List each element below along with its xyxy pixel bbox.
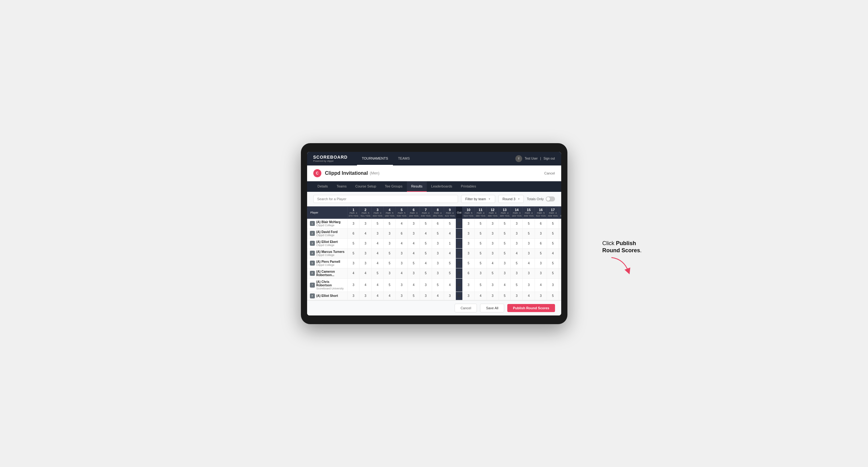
score-hole-16[interactable]: 3 [535, 268, 547, 278]
score-hole-15[interactable]: 4 [523, 291, 535, 300]
score-hole-11[interactable]: 5 [474, 238, 487, 248]
score-hole-14[interactable]: 5 [511, 258, 523, 268]
score-hole-7[interactable]: 4 [420, 228, 432, 238]
score-hole-1[interactable]: 6 [347, 228, 360, 238]
score-hole-16[interactable]: 3 [535, 258, 547, 268]
score-hole-11[interactable]: 5 [474, 228, 487, 238]
score-hole-3[interactable]: 4 [372, 278, 384, 291]
score-hole-8[interactable]: 3 [432, 238, 444, 248]
save-all-button[interactable]: Save All [480, 304, 504, 312]
score-hole-9[interactable]: 1 [444, 238, 456, 248]
tab-printables[interactable]: Printables [457, 181, 480, 192]
score-hole-11[interactable]: 5 [474, 218, 487, 228]
score-hole-4[interactable]: 3 [384, 228, 396, 238]
score-hole-10[interactable]: 3 [462, 248, 474, 258]
nav-teams[interactable]: TEAMS [393, 152, 415, 165]
totals-toggle-switch[interactable] [546, 196, 555, 201]
score-hole-9[interactable]: 4 [444, 228, 456, 238]
score-hole-11[interactable]: 5 [474, 278, 487, 291]
score-hole-17[interactable]: 5 [547, 228, 559, 238]
filter-dropdown[interactable]: Filter by team ▾ [461, 195, 495, 203]
score-hole-6[interactable]: 3 [407, 218, 420, 228]
score-hole-4[interactable]: 5 [384, 218, 396, 228]
score-hole-15[interactable]: 4 [523, 258, 535, 268]
score-hole-13[interactable]: 5 [499, 238, 511, 248]
score-hole-18[interactable]: 3 [559, 238, 561, 248]
tab-leaderboards[interactable]: Leaderboards [427, 181, 457, 192]
score-hole-11[interactable]: 3 [474, 268, 487, 278]
score-hole-3[interactable]: 4 [372, 258, 384, 268]
score-hole-2[interactable]: 4 [360, 228, 372, 238]
score-hole-10[interactable]: 3 [462, 228, 474, 238]
round-dropdown[interactable]: Round 3 ▾ [498, 195, 524, 203]
score-hole-4[interactable]: 3 [384, 238, 396, 248]
score-hole-14[interactable]: 3 [511, 291, 523, 300]
score-hole-12[interactable]: 3 [487, 218, 499, 228]
score-hole-11[interactable]: 5 [474, 258, 487, 268]
score-hole-2[interactable]: 3 [360, 258, 372, 268]
score-hole-7[interactable]: 5 [420, 248, 432, 258]
score-hole-13[interactable]: 5 [499, 218, 511, 228]
score-hole-12[interactable]: 4 [487, 258, 499, 268]
score-hole-7[interactable]: 3 [420, 291, 432, 300]
score-hole-15[interactable]: 3 [523, 268, 535, 278]
score-hole-13[interactable]: 4 [499, 278, 511, 291]
score-hole-13[interactable]: 5 [499, 228, 511, 238]
score-hole-9[interactable]: 4 [444, 278, 456, 291]
score-hole-12[interactable]: 3 [487, 278, 499, 291]
tab-course-setup[interactable]: Course Setup [351, 181, 380, 192]
tournament-cancel-link[interactable]: Cancel [544, 172, 555, 175]
score-hole-10[interactable]: 3 [462, 238, 474, 248]
score-hole-2[interactable]: 3 [360, 238, 372, 248]
score-hole-3[interactable]: 5 [372, 268, 384, 278]
score-hole-4[interactable]: 3 [384, 268, 396, 278]
score-hole-2[interactable]: 4 [360, 268, 372, 278]
score-hole-7[interactable]: 4 [420, 258, 432, 268]
tab-tee-groups[interactable]: Tee Groups [380, 181, 407, 192]
score-hole-2[interactable]: 4 [360, 278, 372, 291]
score-hole-9[interactable]: 3 [444, 291, 456, 300]
score-hole-17[interactable]: 3 [547, 278, 559, 291]
publish-round-scores-button[interactable]: Publish Round Scores [507, 304, 555, 312]
score-hole-4[interactable]: 5 [384, 258, 396, 268]
score-hole-1[interactable]: 3 [347, 218, 360, 228]
score-hole-8[interactable]: 3 [432, 248, 444, 258]
score-hole-17[interactable]: 5 [547, 238, 559, 248]
score-hole-16[interactable]: 4 [535, 278, 547, 291]
score-hole-7[interactable]: 5 [420, 238, 432, 248]
score-hole-13[interactable]: 5 [499, 248, 511, 258]
score-hole-3[interactable]: 4 [372, 248, 384, 258]
score-hole-1[interactable]: 3 [347, 291, 360, 300]
score-hole-12[interactable]: 3 [487, 228, 499, 238]
score-hole-2[interactable]: 3 [360, 291, 372, 300]
score-hole-5[interactable]: 3 [396, 278, 408, 291]
score-hole-2[interactable]: 3 [360, 218, 372, 228]
score-hole-12[interactable]: 3 [487, 238, 499, 248]
score-hole-10[interactable]: 3 [462, 218, 474, 228]
score-hole-5[interactable]: 3 [396, 258, 408, 268]
score-hole-1[interactable]: 5 [347, 238, 360, 248]
score-hole-8[interactable]: 6 [432, 218, 444, 228]
score-hole-5[interactable]: 4 [396, 218, 408, 228]
score-hole-18[interactable]: 5 [559, 228, 561, 238]
score-hole-8[interactable]: 4 [432, 291, 444, 300]
score-hole-7[interactable]: 5 [420, 218, 432, 228]
score-hole-10[interactable]: 3 [462, 291, 474, 300]
score-hole-10[interactable]: 5 [462, 258, 474, 268]
score-hole-17[interactable]: 5 [547, 268, 559, 278]
score-hole-16[interactable]: 3 [535, 291, 547, 300]
score-hole-5[interactable]: 3 [396, 248, 408, 258]
score-hole-17[interactable]: 4 [547, 248, 559, 258]
score-hole-18[interactable]: 3 [559, 278, 561, 291]
score-hole-5[interactable]: 6 [396, 228, 408, 238]
score-hole-16[interactable]: 6 [535, 238, 547, 248]
score-hole-2[interactable]: 3 [360, 248, 372, 258]
score-hole-3[interactable]: 5 [372, 218, 384, 228]
score-hole-15[interactable]: 5 [523, 218, 535, 228]
score-hole-8[interactable]: 3 [432, 258, 444, 268]
score-hole-11[interactable]: 4 [474, 291, 487, 300]
score-hole-10[interactable]: 6 [462, 268, 474, 278]
score-hole-17[interactable]: 5 [547, 258, 559, 268]
score-hole-4[interactable]: 4 [384, 291, 396, 300]
score-hole-11[interactable]: 5 [474, 248, 487, 258]
